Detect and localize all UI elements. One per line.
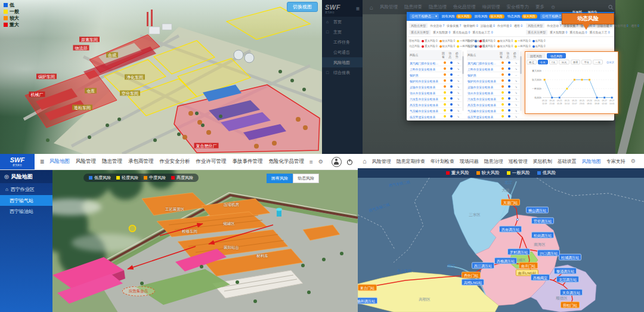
nav-item[interactable]: 风险管理 — [76, 158, 96, 165]
nav-item[interactable]: 巡检管理 — [509, 158, 528, 165]
level-chip[interactable]: 较大风险 0 — [497, 39, 513, 42]
time-filter-chip[interactable]: 自定义 — [604, 60, 617, 64]
station-pill[interactable]: 西江调压站 — [472, 262, 494, 269]
table-row[interactable]: 动火作业安全检查表 ↘ — [467, 90, 519, 96]
table-row[interactable]: 锅炉间作业安全检查表 ↘ — [467, 78, 519, 84]
time-filter-chip[interactable]: 季度 — [571, 60, 581, 64]
station-pill[interactable]: 北滘调压站 — [556, 276, 579, 283]
risk-point-link[interactable]: 低压管道安全检查表 — [409, 114, 441, 120]
more-menu-icon[interactable]: ≡ — [309, 159, 313, 165]
table-row[interactable]: 低压管道安全检查表 ↘ — [467, 114, 519, 120]
station-pill[interactable]: 松岗调压站 — [531, 232, 554, 239]
risk-point-link[interactable]: 上料作业安全检查表 — [467, 66, 499, 72]
risk-point-link[interactable]: 蒸汽阀门操作安全检查表 — [467, 60, 499, 66]
nav-item[interactable]: 风险地图 — [49, 158, 70, 165]
table-row[interactable]: 锅炉间作业安全检查表 ↘ — [409, 78, 462, 84]
risk-point-link[interactable]: 高压泵作业安全检查表 — [467, 102, 499, 108]
chart-tab[interactable]: 固有风险 — [527, 53, 546, 58]
plant-zone-label[interactable]: 仓库 — [85, 88, 97, 94]
table-row[interactable]: 污水泵作业安全检查表 ↘ — [409, 96, 462, 102]
type-filter-chip[interactable]: 作业活动 7 — [430, 24, 444, 27]
level-chip[interactable]: 重大风险 0 — [422, 45, 438, 48]
risk-mode-toggle[interactable]: 动态风险 — [293, 174, 319, 183]
chart-tab[interactable]: 动态风险 — [547, 53, 566, 58]
facility-3d-map[interactable]: 低度风险轻度风险中度风险高度风险 固有风险动态风险 工艺装置区压缩机房储罐区检修… — [52, 170, 358, 312]
map-zone-label[interactable]: 工艺装置区 — [165, 207, 185, 212]
home-icon[interactable]: ⌂ — [363, 157, 367, 165]
level-chip[interactable]: 低风险 0 — [532, 45, 546, 48]
station-pill[interactable]: 大塘门站 — [501, 199, 520, 206]
col-header[interactable]: 固有 — [499, 50, 506, 60]
type-filter-chip[interactable]: 重点危化工艺 0 — [589, 30, 609, 34]
map-zone-label[interactable]: 储罐区 — [223, 221, 235, 227]
table-row[interactable]: 高压泵作业安全检查表 ↘ — [409, 102, 462, 108]
plant-zone-label[interactable]: 物流部 — [73, 45, 89, 51]
scope-select-1[interactable]: 公司工程静态… ▾ — [410, 14, 439, 19]
risk-point-link[interactable]: 运输作业安全检查表 — [409, 84, 441, 90]
risk-point-link[interactable]: 锅炉间作业安全检查表 — [467, 78, 499, 84]
station-pill[interactable]: 罗村调压站 — [507, 249, 530, 255]
time-filter-chip[interactable]: 7天 — [549, 60, 558, 64]
nav-item[interactable]: 风险管理 — [372, 158, 391, 165]
station-pill[interactable]: 更合门站 — [358, 285, 377, 291]
risk-point-link[interactable]: 锅炉间作业安全检查表 — [409, 78, 441, 84]
risk-point-link[interactable]: 蒸汽阀门操作安全检查表 — [409, 60, 441, 66]
table-row[interactable]: 动火作业安全检查表 ↘ — [409, 90, 462, 96]
nav-item[interactable]: 基础设置 — [558, 158, 577, 165]
sidebar-group[interactable]: ⌂ 西宁作业区 — [0, 183, 52, 195]
station-pill[interactable]: 高明LNG站 — [462, 279, 484, 286]
switch-view-button[interactable]: 切换视图 — [287, 2, 318, 12]
nav-item[interactable]: 隐患管理 — [102, 158, 122, 165]
nav-item[interactable]: 现场问题 — [460, 158, 479, 165]
col-header[interactable]: 动态 — [506, 50, 512, 60]
risk-point-link[interactable]: 动火作业安全检查表 — [409, 90, 441, 96]
nav-item[interactable]: 作业安全分析 — [160, 158, 190, 165]
type-filter-chip[interactable]: 重大危险源 0 — [433, 30, 450, 34]
time-filter-chip[interactable]: 一年 — [593, 60, 603, 64]
nav-item[interactable]: 事故事件管理 — [233, 158, 263, 165]
level-chip[interactable]: 较大风险 0 — [497, 45, 513, 48]
avatar[interactable] — [332, 157, 342, 167]
risk-point-link[interactable]: 锅炉房 — [409, 72, 441, 78]
table-row[interactable]: 气压罐作业安全检查表 ↘ — [467, 108, 519, 114]
sidebar-station-item[interactable]: 西宁输油站 — [0, 206, 52, 217]
risk-mode-toggle[interactable]: 固有风险 — [267, 174, 293, 183]
type-filter-chip[interactable]: 物资物料 0 — [463, 24, 478, 27]
station-pill[interactable]: 桂城调压站 — [559, 254, 581, 261]
level-chip[interactable]: 较大风险 0 — [439, 39, 456, 42]
col-header[interactable]: 趋势 — [513, 50, 519, 60]
plant-zone-label[interactable]: 机械厂 — [29, 92, 45, 97]
table-row[interactable]: 锅炉房 → — [409, 72, 462, 78]
table-row[interactable]: 锅炉房 → — [467, 72, 519, 78]
table-row[interactable]: 上料作业安全检查表 ↘ — [467, 66, 519, 72]
col-header[interactable]: 风险点 — [467, 50, 499, 60]
station-pill[interactable]: 狮山调压站 — [526, 207, 549, 214]
table-row[interactable]: 低压管道安全检查表 ↘ — [409, 114, 462, 120]
plant-zone-label[interactable]: 空分车间 — [120, 91, 140, 96]
station-pill[interactable]: 黎涌调压站 — [554, 268, 577, 274]
risk-point-link[interactable]: 上料作业安全检查表 — [409, 66, 441, 72]
nav-item[interactable]: 风险地图 — [582, 158, 601, 165]
level-chip[interactable]: 重大风险 0 — [479, 39, 496, 42]
type-filter-chip[interactable]: 通用 0 — [631, 24, 639, 27]
type-filter-chip[interactable]: 作业活动 7 — [547, 24, 561, 27]
nav-item[interactable]: 隐患定期排查 — [397, 158, 425, 165]
map-zone-label[interactable]: 压缩机房 — [224, 202, 239, 208]
time-filter-chip[interactable]: 最近 — [527, 60, 537, 64]
col-header[interactable]: 风险点 — [409, 50, 441, 60]
plant-zone-label[interactable]: 锅炉车间 — [36, 74, 57, 79]
map-zone-label[interactable]: 装卸站台 — [224, 245, 239, 251]
type-filter-chip[interactable]: 设备设施 7 — [447, 24, 461, 27]
type-filter-chip[interactable]: 重点危化工艺 0 — [472, 30, 493, 34]
risk-point-link[interactable]: 气压罐作业安全检查表 — [467, 108, 499, 114]
level-chip[interactable]: 低风险 0 — [532, 39, 546, 42]
nav-item[interactable]: 作业许可管理 — [196, 158, 227, 165]
nav-item[interactable]: 专家支持 — [606, 158, 626, 165]
map-zone-label[interactable]: 材料库 — [256, 254, 268, 259]
table-row[interactable]: 蒸汽阀门操作安全检查表 ↘ — [409, 60, 462, 66]
time-filter-chip[interactable]: 今天 — [538, 60, 548, 64]
nav-item[interactable]: 危险化学品管理 — [269, 158, 305, 165]
table-row[interactable]: 上料作业安全检查表 ↘ — [409, 66, 462, 72]
station-pill[interactable]: 西樵阀室 — [531, 274, 550, 281]
time-filter-chip[interactable]: 30天 — [559, 60, 569, 64]
